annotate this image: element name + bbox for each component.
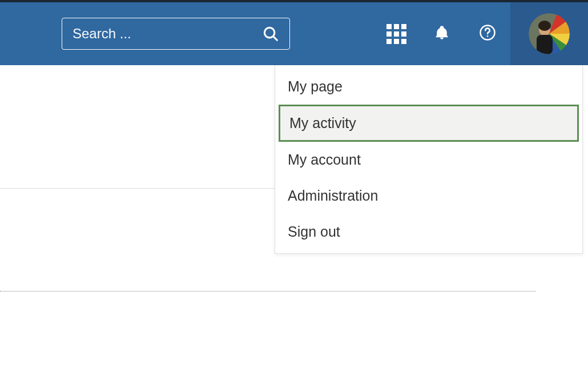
- horizontal-divider: [0, 188, 275, 189]
- notifications-button[interactable]: [419, 2, 465, 65]
- svg-point-3: [487, 35, 489, 37]
- search-box[interactable]: [62, 18, 290, 50]
- apps-button[interactable]: [373, 2, 419, 65]
- menu-item-my-activity[interactable]: My activity: [279, 105, 579, 142]
- content-area: My page My activity My account Administr…: [0, 65, 588, 367]
- apps-grid-icon: [386, 24, 406, 44]
- avatar: [529, 13, 570, 54]
- header-icon-group: [373, 2, 588, 65]
- svg-line-1: [273, 36, 277, 40]
- help-button[interactable]: [465, 2, 510, 65]
- menu-item-my-account[interactable]: My account: [275, 142, 582, 178]
- search-icon[interactable]: [262, 25, 279, 42]
- svg-rect-7: [537, 35, 553, 54]
- svg-point-8: [538, 21, 551, 31]
- menu-item-my-page[interactable]: My page: [275, 69, 582, 105]
- user-menu-button[interactable]: [510, 2, 588, 65]
- menu-item-sign-out[interactable]: Sign out: [275, 214, 582, 250]
- help-icon: [479, 24, 496, 43]
- menu-item-administration[interactable]: Administration: [275, 178, 582, 214]
- user-dropdown-menu: My page My activity My account Administr…: [275, 65, 583, 254]
- main-header: [0, 2, 588, 65]
- dotted-divider: [0, 291, 535, 292]
- search-input[interactable]: [73, 26, 262, 42]
- bell-icon: [434, 25, 450, 43]
